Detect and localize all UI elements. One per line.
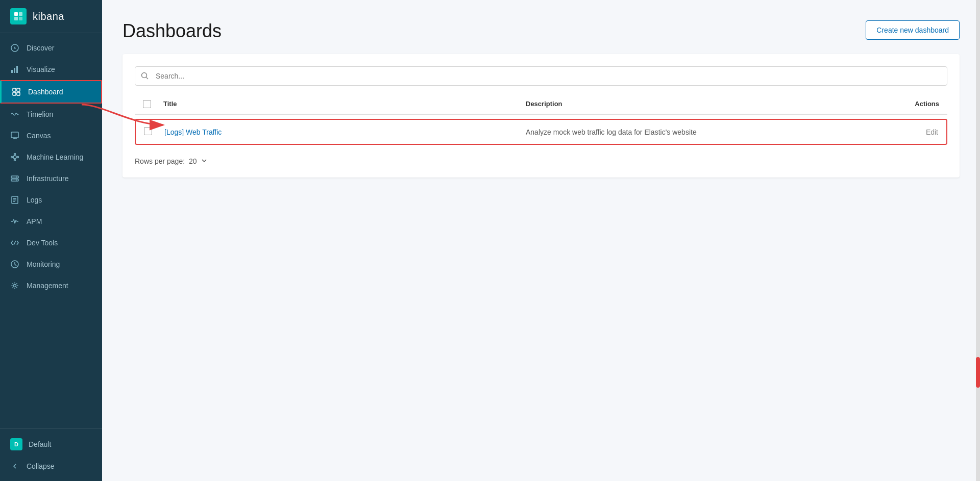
sidebar-label-apm: APM (27, 217, 42, 225)
sidebar-item-monitoring[interactable]: Monitoring (0, 254, 102, 275)
rows-per-page-label: Rows per page: (135, 157, 185, 165)
header-actions: Actions (888, 100, 939, 110)
user-item[interactable]: D Default (0, 433, 102, 455)
sidebar-label-canvas: Canvas (27, 132, 51, 140)
svg-line-36 (15, 220, 16, 223)
sidebar-item-management[interactable]: Management (0, 275, 102, 296)
apm-icon (10, 217, 19, 226)
sidebar-item-dashboard[interactable]: Dashboard (0, 80, 102, 104)
table-header: Title Description Actions (135, 96, 947, 115)
main-content: Dashboards Create new dashboard Title De… (102, 0, 980, 481)
select-all-checkbox[interactable] (143, 100, 151, 108)
collapse-icon (10, 462, 19, 471)
sidebar-label-logs: Logs (27, 196, 42, 204)
sidebar: kibana Discover Visualize (0, 0, 102, 481)
infra-icon (10, 174, 19, 183)
svg-point-17 (14, 154, 16, 155)
header-checkbox-cell (143, 100, 163, 110)
svg-rect-7 (14, 68, 15, 73)
sidebar-item-discover[interactable]: Discover (0, 37, 102, 59)
sidebar-label-timelion: Timelion (27, 110, 53, 118)
canvas-icon (10, 131, 19, 140)
row-edit-action[interactable]: Edit (887, 128, 938, 136)
sidebar-label-management: Management (27, 282, 68, 290)
logo-icon (10, 8, 27, 24)
search-icon (141, 72, 149, 80)
wave-icon (10, 110, 19, 119)
page-header: Dashboards Create new dashboard (122, 20, 960, 42)
dashboard-panel: Title Description Actions [Logs] Web Tra… (122, 54, 960, 178)
sidebar-label-ml: Machine Learning (27, 153, 83, 161)
svg-rect-13 (11, 132, 18, 138)
search-container (135, 66, 947, 86)
grid-icon (12, 87, 21, 96)
sidebar-label-monitoring: Monitoring (27, 260, 60, 268)
svg-point-19 (11, 157, 13, 158)
table-row: [Logs] Web Traffic Analyze mock web traf… (135, 119, 947, 145)
svg-rect-11 (13, 92, 16, 95)
sidebar-label-dev-tools: Dev Tools (27, 239, 58, 247)
logs-icon (10, 195, 19, 205)
sidebar-item-machine-learning[interactable]: Machine Learning (0, 146, 102, 168)
devtools-icon (10, 238, 19, 247)
user-label: Default (29, 440, 51, 448)
svg-point-20 (17, 157, 19, 158)
sidebar-nav: Discover Visualize (0, 33, 102, 428)
svg-rect-9 (13, 88, 16, 91)
svg-point-28 (16, 180, 17, 181)
sidebar-item-infrastructure[interactable]: Infrastructure (0, 168, 102, 189)
rows-per-page-value: 20 (189, 157, 197, 165)
sidebar-label-dashboard: Dashboard (28, 88, 63, 96)
svg-rect-6 (11, 70, 13, 73)
compass-icon (10, 43, 19, 53)
search-input[interactable] (135, 66, 947, 86)
svg-point-27 (16, 176, 17, 178)
rows-per-page[interactable]: Rows per page: 20 (135, 149, 947, 165)
sidebar-item-apm[interactable]: APM (0, 211, 102, 232)
svg-line-43 (146, 78, 149, 80)
sidebar-bottom: D Default Collapse (0, 428, 102, 481)
svg-point-18 (14, 160, 16, 161)
chart-icon (10, 65, 19, 74)
collapse-item[interactable]: Collapse (0, 455, 102, 477)
user-avatar: D (10, 438, 22, 450)
sidebar-label-discover: Discover (27, 44, 54, 52)
header-description: Description (526, 100, 888, 110)
svg-rect-0 (14, 12, 18, 16)
chevron-down-icon (201, 157, 207, 165)
sidebar-label-infrastructure: Infrastructure (27, 174, 68, 183)
svg-point-41 (14, 285, 16, 287)
svg-point-42 (142, 73, 147, 78)
row-checkbox[interactable] (144, 127, 152, 135)
svg-rect-10 (17, 88, 20, 91)
svg-rect-2 (14, 17, 18, 20)
svg-rect-8 (16, 66, 18, 73)
logo-container[interactable]: kibana (0, 0, 102, 33)
svg-rect-1 (19, 12, 22, 16)
logo-text: kibana (33, 11, 64, 22)
row-title[interactable]: [Logs] Web Traffic (164, 128, 526, 136)
row-description: Analyze mock web traffic log data for El… (526, 128, 887, 136)
svg-marker-5 (14, 46, 16, 49)
svg-line-37 (16, 220, 17, 221)
sidebar-item-timelion[interactable]: Timelion (0, 104, 102, 125)
sidebar-item-visualize[interactable]: Visualize (0, 59, 102, 80)
sidebar-item-dev-tools[interactable]: Dev Tools (0, 232, 102, 254)
svg-rect-12 (17, 92, 20, 95)
svg-point-16 (13, 156, 16, 159)
sidebar-label-visualize: Visualize (27, 65, 55, 73)
gear-icon (10, 281, 19, 290)
row-checkbox-cell (144, 127, 164, 137)
create-dashboard-button[interactable]: Create new dashboard (866, 20, 960, 40)
sidebar-item-logs[interactable]: Logs (0, 189, 102, 211)
scrollbar[interactable] (976, 0, 980, 481)
scrollbar-thumb[interactable] (976, 357, 980, 388)
header-title: Title (163, 100, 526, 110)
ml-icon (10, 153, 19, 162)
sidebar-item-canvas[interactable]: Canvas (0, 125, 102, 146)
page-title: Dashboards (122, 20, 222, 42)
collapse-label: Collapse (27, 462, 54, 470)
svg-rect-3 (19, 17, 22, 20)
monitoring-icon (10, 260, 19, 269)
svg-line-39 (14, 241, 16, 245)
